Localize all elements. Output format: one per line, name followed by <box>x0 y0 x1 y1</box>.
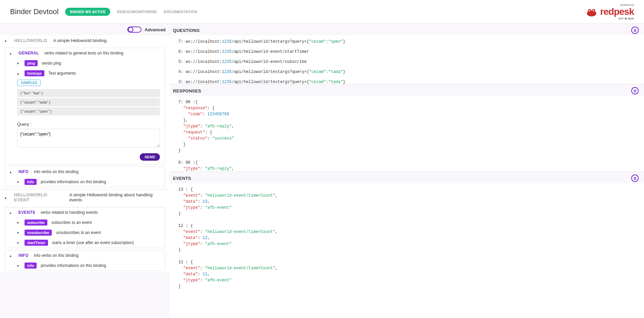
questions-title: QUESTIONS <box>173 28 200 33</box>
verb-description: sends ping <box>42 61 61 66</box>
advanced-label: Advanced <box>145 27 166 32</box>
nav-debug[interactable]: DEBUG/MONITORING <box>117 10 157 14</box>
chevron-up-icon: ▴ <box>5 39 8 42</box>
trash-icon: 🗑 <box>633 89 637 93</box>
nav-docs[interactable]: DOCUMENTATION <box>164 10 197 14</box>
app-title: Binder Devtool <box>10 7 58 16</box>
verb-description: unsubscribes to an event <box>56 230 100 235</box>
chevron-up-icon: ▴ <box>10 211 13 214</box>
chevron-up-icon: ▴ <box>10 51 13 55</box>
chevron-icon: ▾ <box>17 180 20 184</box>
verb-description: subscribes to an event <box>51 220 92 225</box>
chevron-up-icon: ▴ <box>10 254 13 257</box>
events-section: EVENTS 🗑 13 : { "event": "helloworld-eve… <box>170 172 644 318</box>
advanced-toggle[interactable] <box>127 27 141 33</box>
ws-status-badge: BINDER WS ACTIVE <box>65 8 110 16</box>
verb-row[interactable]: ▾pingsends ping <box>5 58 165 68</box>
main-layout: Advanced ▴HELLOWORLDA simple Helloworld … <box>0 24 644 318</box>
events-title: EVENTS <box>173 176 191 181</box>
group-block: ▴INFOinfo verbs on this binding▾infoprov… <box>5 166 165 187</box>
group-block: ▴GENERALverbs related to general tests o… <box>5 48 165 164</box>
query-label: Query : <box>17 122 160 127</box>
verb-badge: ping <box>25 60 38 66</box>
api-block: ▴HELLOWORLD-EVENTA simple Helloworld bin… <box>0 190 170 273</box>
verb-badge: startTimer <box>25 240 48 246</box>
chevron-icon: ▴ <box>17 72 20 75</box>
verb-badge: unsubscribe <box>25 230 52 236</box>
trash-icon: 🗑 <box>633 28 637 32</box>
group-header[interactable]: ▴EVENTSverbs related to handling events <box>5 207 165 217</box>
responses-header: RESPONSES 🗑 <box>170 84 644 96</box>
group-block: ▴EVENTSverbs related to handling events▾… <box>5 207 165 248</box>
chevron-icon: ▾ <box>17 241 20 245</box>
trash-icon: 🗑 <box>633 176 637 180</box>
sample-item[interactable]: { "cezam": "tada" } <box>17 98 160 106</box>
app-header: Binder Devtool BINDER WS ACTIVE DEBUG/MO… <box>0 0 644 24</box>
group-description: info verbs on this binding <box>34 253 79 258</box>
questions-log[interactable]: 7: ws://localhost:1235/api/helloworld/te… <box>170 35 644 84</box>
query-block: Query :{"cezam":"open"} <box>5 120 165 152</box>
events-log[interactable]: 13 : { "event": "helloworld-event/timerC… <box>170 183 644 318</box>
verb-row[interactable]: ▾startTimerstarts a timer (use after an … <box>5 238 165 248</box>
api-header[interactable]: ▴HELLOWORLDA simple Helloworld binding <box>0 35 170 46</box>
advanced-toggle-row: Advanced <box>0 24 170 35</box>
clear-responses-button[interactable]: 🗑 <box>631 87 639 94</box>
group-name: GENERAL <box>18 51 39 55</box>
sample-item[interactable]: { "cezam": "open" } <box>17 107 160 115</box>
logo-text: redpesk <box>600 6 634 17</box>
group-header[interactable]: ▴GENERALverbs related to general tests o… <box>5 48 165 58</box>
group-header[interactable]: ▴INFOinfo verbs on this binding <box>5 167 165 177</box>
verb-description: Test arguments <box>48 71 76 76</box>
clear-events-button[interactable]: 🗑 <box>631 174 639 182</box>
api-header[interactable]: ▴HELLOWORLD-EVENTA simple Helloworld bin… <box>0 190 170 205</box>
send-button[interactable]: SEND <box>140 153 160 161</box>
verb-row[interactable]: ▾infoprovides informations on this bindi… <box>5 261 165 271</box>
chevron-up-icon: ▴ <box>5 196 8 199</box>
verb-badge: info <box>25 263 37 269</box>
api-description: A simple Helloworld binding about handli… <box>69 192 165 202</box>
group-description: verbs related to handling events <box>41 210 98 215</box>
verb-badge: info <box>25 179 37 185</box>
right-panel: QUESTIONS 🗑 7: ws://localhost:1235/api/h… <box>170 24 644 318</box>
clear-questions-button[interactable]: 🗑 <box>631 27 639 34</box>
verb-row[interactable]: ▴testargsTest arguments <box>5 68 165 78</box>
verb-description: starts a timer (use after an event subsc… <box>52 240 134 245</box>
group-block: ▴INFOinfo verbs on this binding▾infoprov… <box>5 250 165 271</box>
api-name: HELLOWORLD-EVENT <box>14 192 63 202</box>
api-description: A simple Helloworld binding <box>53 38 106 43</box>
group-name: INFO <box>18 169 29 174</box>
verb-badge: subscribe <box>25 220 47 226</box>
verb-description: provides informations on this binding <box>41 180 106 184</box>
samples-label: SAMPLES <box>17 80 41 86</box>
responses-log[interactable]: 7: OK :{ "response": { "code": 123456789… <box>170 96 644 171</box>
send-row: SEND <box>5 152 165 164</box>
logo-powered: powered by <box>600 3 634 6</box>
group-description: info verbs on this binding <box>34 169 79 174</box>
brand-logo: powered by redpesk IOT ⚙ BZH <box>585 3 634 20</box>
chevron-icon: ▾ <box>17 231 20 235</box>
group-name: EVENTS <box>18 210 35 215</box>
query-input[interactable]: {"cezam":"open"} <box>17 129 160 148</box>
responses-title: RESPONSES <box>173 88 201 93</box>
group-description: verbs related to general tests on this b… <box>44 51 123 55</box>
group-name: INFO <box>18 253 29 258</box>
responses-section: RESPONSES 🗑 7: OK :{ "response": { "code… <box>170 84 644 172</box>
left-panel: Advanced ▴HELLOWORLDA simple Helloworld … <box>0 24 170 318</box>
header-left: Binder Devtool BINDER WS ACTIVE DEBUG/MO… <box>10 7 197 16</box>
samples-block: SAMPLES{ "foo": "bar" }{ "cezam": "tada"… <box>5 78 165 120</box>
chevron-icon: ▾ <box>17 221 20 225</box>
verb-badge: testargs <box>25 70 44 76</box>
chevron-icon: ▾ <box>17 62 20 65</box>
verb-row[interactable]: ▾unsubscribeunsubscribes to an event <box>5 228 165 238</box>
group-header[interactable]: ▴INFOinfo verbs on this binding <box>5 250 165 261</box>
logo-subtitle: IOT ⚙ BZH <box>600 17 634 20</box>
api-name: HELLOWORLD <box>14 38 47 43</box>
events-header: EVENTS 🗑 <box>170 172 644 183</box>
svg-point-3 <box>589 10 590 11</box>
redpesk-icon <box>585 6 598 17</box>
svg-point-4 <box>593 10 594 11</box>
verb-row[interactable]: ▾infoprovides informations on this bindi… <box>5 177 165 187</box>
sample-item[interactable]: { "foo": "bar" } <box>17 89 160 97</box>
verb-row[interactable]: ▾subscribesubscribes to an event <box>5 217 165 228</box>
verb-description: provides informations on this binding <box>41 263 106 268</box>
